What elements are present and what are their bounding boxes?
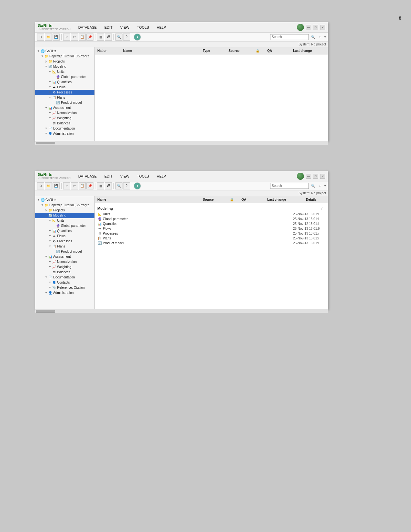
- menu-help-1[interactable]: HELP: [155, 25, 167, 30]
- tree-item-quantities-2[interactable]: ▼ 📊 Quantities: [35, 228, 94, 234]
- tree-item-refcitation-2[interactable]: ▼ 📎 Reference, Citation: [35, 285, 94, 290]
- tree-item-productmodel-1[interactable]: 🔄 Product model: [35, 100, 94, 105]
- scrollbar-thumb-1[interactable]: [36, 142, 55, 144]
- tree-item-flows-2[interactable]: ▼ ➡ Flows: [35, 234, 94, 239]
- search-go-2[interactable]: 🔍: [310, 183, 316, 189]
- close-button-1[interactable]: ✕: [320, 25, 325, 30]
- tb-cut-2[interactable]: ✂: [71, 182, 78, 189]
- close-button-2[interactable]: ✕: [320, 174, 325, 179]
- tb-search-2[interactable]: 🔍: [115, 182, 122, 189]
- tree-toggle-plans-1[interactable]: ▼: [48, 96, 52, 99]
- tree-item-documentation-2[interactable]: ▼ 📄 Documentation: [35, 275, 94, 280]
- minimize-button-1[interactable]: —: [306, 25, 311, 30]
- tb-circle-1[interactable]: ●: [134, 34, 141, 41]
- menu-view-2[interactable]: VIEW: [119, 174, 131, 179]
- search-input-1[interactable]: [270, 34, 309, 40]
- tree-toggle-modeling-1[interactable]: ▼: [44, 65, 48, 68]
- tree-item-modeling-1[interactable]: ▼ 🔄 Modeling: [35, 64, 94, 69]
- minimize-button-2[interactable]: —: [306, 174, 311, 179]
- tree-toggle-paperdip-1[interactable]: ▼: [40, 54, 44, 58]
- list-item[interactable]: ➡ Flows 25-Nov-13 13:01:9: [97, 226, 325, 231]
- tree-toggle-administration-1[interactable]: ▼: [44, 132, 48, 135]
- maximize-button-2[interactable]: □: [313, 174, 318, 179]
- tb-save-2[interactable]: 💾: [53, 182, 60, 189]
- tree-item-plans-1[interactable]: ▼ 📋 Plans: [35, 95, 94, 100]
- tb-new-1[interactable]: 🗋: [37, 34, 44, 41]
- tree-item-modeling-2[interactable]: ▼ 🔄 Modeling: [35, 213, 94, 218]
- tb-copy-2[interactable]: 📋: [79, 182, 86, 189]
- scrollbar-thumb-2[interactable]: [36, 310, 55, 313]
- tree-item-balances-1[interactable]: ⚖ Balances: [35, 121, 94, 126]
- tree-toggle-documentation-1[interactable]: ▼: [44, 127, 48, 130]
- tb-undo-2[interactable]: ↩: [63, 182, 70, 189]
- tb-open-1[interactable]: 📂: [45, 34, 52, 41]
- list-item[interactable]: 📊 Quantities 25-Nov-12 13:01:i: [97, 221, 325, 226]
- tree-item-paperdip-2[interactable]: ▼ 📁 Paperdip Tutorial [C:\ProgramData\th…: [35, 203, 94, 208]
- tb-help-1[interactable]: ?: [123, 34, 130, 41]
- tree-item-projects-2[interactable]: ▷ 📁 Projects: [35, 208, 94, 213]
- tree-toggle-flows-1[interactable]: ▼: [48, 85, 52, 89]
- tree-item-globalparam-2[interactable]: 🔮 Global parameter: [35, 223, 94, 228]
- tree-item-flows-1[interactable]: ▼ ➡ Flows: [35, 85, 94, 90]
- tree-item-globalparam-1[interactable]: 🔮 Global parameter: [35, 74, 94, 80]
- search-input-2[interactable]: [270, 183, 309, 189]
- tree-item-normalization-1[interactable]: ▼ 📈 Normalization: [35, 111, 94, 116]
- tree-item-weighting-1[interactable]: ▼ 📈 Weighting: [35, 116, 94, 121]
- tb-circle-2[interactable]: ●: [134, 182, 141, 189]
- tree-toggle-units-1[interactable]: ▼: [48, 70, 52, 73]
- menu-database-2[interactable]: DATABASE: [77, 174, 98, 179]
- list-item[interactable]: 🔄 Product model 25-Nov-13 13:01:i: [97, 241, 325, 246]
- tree-item-projects-1[interactable]: ▷ 📁 Projects: [35, 59, 94, 64]
- tree-item-balances-2[interactable]: ⚖ Balances: [35, 270, 94, 275]
- tb-paste-1[interactable]: 📌: [86, 34, 93, 41]
- tree-item-processes-2[interactable]: ▼ ⚙ Processes: [35, 239, 94, 244]
- search-clear-1[interactable]: □: [317, 34, 323, 40]
- tree-item-contacts-2[interactable]: ▼ 👤 Contacts: [35, 280, 94, 285]
- menu-help-2[interactable]: HELP: [155, 174, 167, 179]
- tree-item-administration-2[interactable]: ▼ 👤 Administration: [35, 290, 94, 295]
- search-clear-2[interactable]: □: [317, 183, 323, 189]
- menu-tools-2[interactable]: TOOLS: [136, 174, 150, 179]
- tree-item-units-1[interactable]: ▼ 📐 Units: [35, 69, 94, 74]
- tb-table-2[interactable]: ▦: [97, 182, 104, 189]
- list-item[interactable]: ⚙ Processes 25-Nov-13 13:01:i: [97, 231, 325, 236]
- tb-bold-1[interactable]: W: [105, 34, 112, 41]
- tree-item-gari-1[interactable]: ▼ 🌐 GaRi ts: [35, 49, 94, 54]
- menu-database-1[interactable]: DATABASE: [77, 25, 98, 30]
- tb-cut-1[interactable]: ✂: [71, 34, 78, 41]
- tb-paste-2[interactable]: 📌: [86, 182, 93, 189]
- list-item[interactable]: 📐 Units 25-Nov-13 13:01:i: [97, 212, 325, 217]
- menu-view-1[interactable]: VIEW: [119, 25, 131, 30]
- tree-item-assessment-1[interactable]: ▼ 📊 Assessment: [35, 105, 94, 111]
- tree-item-quantities-1[interactable]: ▼ 📊 Quantities: [35, 80, 94, 85]
- tree-item-productmodel-2[interactable]: 🔄 Product model: [35, 249, 94, 254]
- tree-toggle-quantities-1[interactable]: ▼: [48, 80, 52, 84]
- tb-copy-1[interactable]: 📋: [79, 34, 86, 41]
- list-item[interactable]: 📋 Plans 25-Nov-13 13:01:i: [97, 236, 325, 241]
- tb-table-1[interactable]: ▦: [97, 34, 104, 41]
- scrollbar-1[interactable]: [35, 141, 328, 145]
- tree-item-weighting-2[interactable]: ▼ 📈 Weighting: [35, 265, 94, 270]
- menu-edit-2[interactable]: EDIT: [103, 174, 114, 179]
- menu-edit-1[interactable]: EDIT: [103, 25, 114, 30]
- tb-bold-2[interactable]: W: [105, 182, 112, 189]
- tree-item-units-2[interactable]: ▼ 📐 Units: [35, 218, 94, 223]
- tree-item-normalization-2[interactable]: ▼ 📈 Normalization: [35, 259, 94, 265]
- tb-search-1[interactable]: 🔍: [115, 34, 122, 41]
- tree-item-gari-2[interactable]: ▼ 🌐 GaRi ts: [35, 198, 94, 203]
- tree-item-assessment-2[interactable]: ▼ 📊 Assessment: [35, 254, 94, 259]
- tb-help-2[interactable]: ?: [123, 182, 130, 189]
- tb-open-2[interactable]: 📂: [45, 182, 52, 189]
- tree-toggle-normalization-1[interactable]: ▼: [48, 111, 52, 115]
- tree-toggle-processes-1[interactable]: ▼: [48, 91, 52, 94]
- tree-toggle-weighting-1[interactable]: ▼: [48, 116, 52, 120]
- tree-item-plans-2[interactable]: ▼ 📋 Plans: [35, 244, 94, 249]
- tree-toggle-1[interactable]: ▼: [36, 49, 40, 53]
- tree-item-paperdip-1[interactable]: ▼ 📁 Paperdip Tutorial [C:\ProgramData\th…: [35, 54, 94, 59]
- tree-toggle-assessment-1[interactable]: ▼: [44, 106, 48, 110]
- maximize-button-1[interactable]: □: [313, 25, 318, 30]
- list-item[interactable]: 🔮 Global parameter 25-Nov-13 13:01:i: [97, 217, 325, 221]
- tree-item-administration-1[interactable]: ▼ 👤 Administration: [35, 131, 94, 136]
- tb-undo-1[interactable]: ↩: [63, 34, 70, 41]
- tree-item-documentation-1[interactable]: ▼ 📄 Documentation: [35, 126, 94, 131]
